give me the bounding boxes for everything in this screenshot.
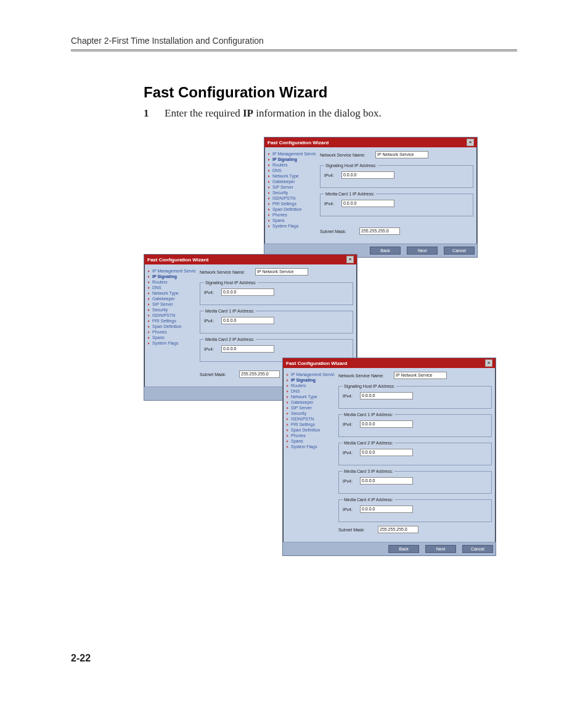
input-signaling-ip[interactable]: 0.0.0.0 (341, 171, 394, 179)
label-ipv4: IPv4: (204, 347, 221, 351)
sidebar-item[interactable]: Network Type (148, 290, 196, 296)
sidebar-item[interactable]: SIP Server (148, 301, 196, 307)
input-media2-ip[interactable]: 0.0.0.0 (221, 345, 274, 353)
step-text: Enter the required IP information in the… (165, 107, 382, 120)
wizard-sidebar: IP Management Service IP Signaling Route… (287, 372, 335, 538)
sidebar-item[interactable]: Network Type (268, 173, 316, 179)
sidebar-item[interactable]: Spans (148, 335, 196, 340)
input-network-service[interactable]: IP Network Service (394, 372, 447, 379)
sidebar-item[interactable]: Spans (268, 218, 316, 223)
input-network-service[interactable]: IP Network Service (255, 268, 308, 276)
sidebar-item[interactable]: Gatekeeper (287, 399, 335, 405)
close-icon[interactable]: × (346, 256, 354, 263)
legend-signaling-host: Signaling Host IP Address: (204, 280, 258, 285)
fieldset-media2: Media Card 2 IP Address: IPv4:0.0.0.0 (338, 441, 492, 465)
sidebar-item[interactable]: Phones (148, 329, 196, 335)
input-subnet[interactable]: 255.255.255.0 (239, 370, 280, 378)
sidebar-item[interactable]: SIP Server (287, 405, 335, 411)
sidebar-item[interactable]: Security (148, 307, 196, 313)
input-media1-ip[interactable]: 0.0.0.0 (360, 420, 413, 428)
wizard-sidebar: IP Management Service IP Signaling Route… (148, 268, 196, 383)
input-network-service[interactable]: IP Network Service (375, 151, 428, 158)
next-button[interactable]: Next (407, 247, 438, 255)
back-button[interactable]: Back (388, 545, 419, 553)
sidebar-item[interactable]: Phones (287, 433, 335, 438)
sidebar-item[interactable]: DNS (148, 285, 196, 290)
sidebar-item[interactable]: Span Definition (268, 207, 316, 212)
input-signaling-ip[interactable]: 0.0.0.0 (221, 288, 274, 296)
sidebar-item[interactable]: Network Type (287, 394, 335, 399)
input-subnet[interactable]: 255.255.255.0 (359, 227, 400, 235)
fieldset-media4: Media Card 4 IP Address: IPv4:0.0.0.0 (338, 497, 492, 522)
legend-signaling-host: Signaling Host IP Address: (343, 384, 396, 388)
sidebar-item[interactable]: IP Management Service (148, 268, 196, 274)
input-media1-ip[interactable]: 0.0.0.0 (341, 200, 394, 207)
sidebar-item[interactable]: Span Definition (148, 324, 196, 329)
input-media2-ip[interactable]: 0.0.0.0 (360, 449, 413, 456)
sidebar-item[interactable]: PRI Settings (287, 422, 335, 427)
legend-media1: Media Card 1 IP Address: (343, 412, 394, 417)
section-title: Fast Configuration Wizard (144, 84, 517, 101)
wizard-titlebar: Fast Configuration Wizard × (264, 137, 477, 147)
sidebar-item[interactable]: DNS (287, 388, 335, 394)
label-subnet: Subnet Mask: (320, 229, 359, 234)
sidebar-item[interactable]: System Flags (287, 444, 335, 449)
legend-media2: Media Card 2 IP Address: (343, 441, 394, 445)
input-media1-ip[interactable]: 0.0.0.0 (221, 317, 274, 324)
sidebar-item[interactable]: Routers (287, 383, 335, 388)
back-button[interactable]: Back (370, 247, 401, 255)
cancel-button[interactable]: Cancel (462, 545, 493, 553)
label-ipv4: IPv4: (343, 451, 360, 455)
sidebar-item[interactable]: Security (287, 411, 335, 416)
wizard-title: Fast Configuration Wizard (286, 361, 347, 366)
label-ipv4: IPv4: (343, 479, 360, 483)
input-media4-ip[interactable]: 0.0.0.0 (360, 505, 413, 513)
step-bold: IP (243, 107, 253, 119)
sidebar-item[interactable]: Routers (148, 279, 196, 285)
sidebar-item[interactable]: Span Definition (287, 427, 335, 433)
sidebar-item[interactable]: SIP Server (268, 184, 316, 190)
next-button[interactable]: Next (425, 545, 456, 553)
fieldset-media1: Media Card 1 IP Address: IPv4:0.0.0.0 (338, 412, 492, 437)
sidebar-item[interactable]: System Flags (268, 223, 316, 229)
sidebar-item[interactable]: IP Management Service (268, 151, 316, 157)
sidebar-item[interactable]: ISDN/PSTN (287, 416, 335, 422)
figure-stack: Fast Configuration Wizard × IP Managemen… (144, 137, 517, 531)
sidebar-item[interactable]: PRI Settings (148, 318, 196, 324)
sidebar-item[interactable]: Security (268, 190, 316, 195)
close-icon[interactable]: × (485, 359, 492, 367)
label-ipv4: IPv4: (204, 319, 221, 323)
input-media3-ip[interactable]: 0.0.0.0 (360, 477, 413, 485)
sidebar-item[interactable]: ISDN/PSTN (268, 195, 316, 201)
sidebar-item[interactable]: Phones (268, 212, 316, 218)
wizard-sidebar: IP Management Service IP Signaling Route… (268, 151, 316, 240)
sidebar-item[interactable]: Spans (287, 438, 335, 444)
wizard-titlebar: Fast Configuration Wizard × (144, 255, 357, 264)
chapter-header: Chapter 2-First Time Installation and Co… (71, 36, 517, 46)
sidebar-item[interactable]: ISDN/PSTN (148, 313, 196, 318)
label-network-service: Network Service Name: (320, 153, 375, 157)
sidebar-item[interactable]: System Flags (148, 340, 196, 346)
sidebar-item[interactable]: DNS (268, 168, 316, 173)
step-number: 1 (144, 107, 165, 120)
close-icon[interactable]: × (467, 139, 474, 146)
sidebar-item-ip-signaling[interactable]: IP Signaling (287, 377, 335, 383)
sidebar-item[interactable]: Gatekeeper (268, 179, 316, 184)
cancel-button[interactable]: Cancel (444, 247, 475, 255)
wizard-title: Fast Configuration Wizard (267, 140, 329, 145)
step-suffix: information in the dialog box. (253, 107, 382, 119)
label-subnet: Subnet Mask: (338, 528, 378, 532)
wizard-dialog-1media: Fast Configuration Wizard × IP Managemen… (264, 137, 478, 258)
input-signaling-ip[interactable]: 0.0.0.0 (360, 392, 413, 399)
sidebar-item[interactable]: Routers (268, 162, 316, 168)
sidebar-item-ip-signaling[interactable]: IP Signaling (148, 274, 196, 279)
label-subnet: Subnet Mask: (200, 372, 239, 377)
sidebar-item[interactable]: PRI Settings (268, 201, 316, 207)
sidebar-item[interactable]: Gatekeeper (148, 296, 196, 301)
input-subnet[interactable]: 255.255.255.0 (378, 526, 419, 533)
label-ipv4: IPv4: (343, 394, 360, 398)
sidebar-item-ip-signaling[interactable]: IP Signaling (268, 157, 316, 162)
divider-rule (71, 49, 517, 52)
sidebar-item[interactable]: IP Management Service (287, 372, 335, 377)
label-ipv4: IPv4: (204, 290, 221, 295)
